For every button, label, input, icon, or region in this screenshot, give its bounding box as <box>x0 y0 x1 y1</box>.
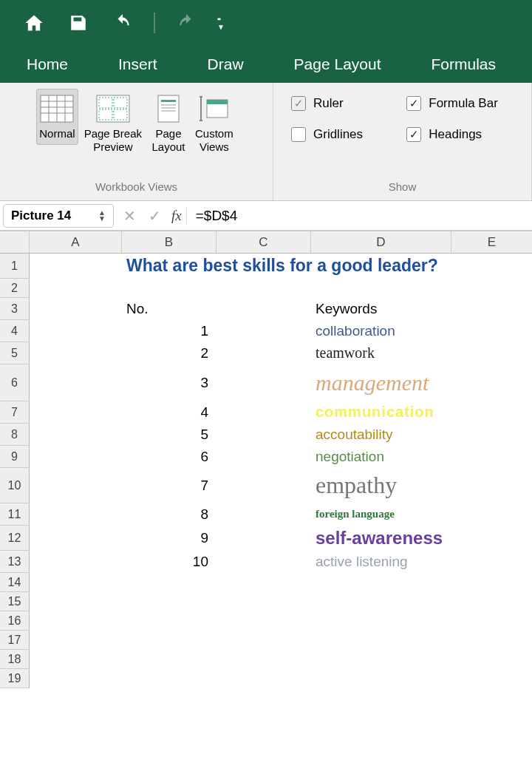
cell[interactable] <box>451 279 532 298</box>
cell[interactable] <box>216 320 311 342</box>
cell[interactable] <box>30 364 122 401</box>
view-normal-button[interactable]: Normal <box>36 89 78 145</box>
row-header[interactable]: 9 <box>0 446 30 468</box>
cell[interactable] <box>30 424 122 446</box>
formula-input[interactable]: =$D$4 <box>187 208 532 224</box>
row-header[interactable]: 16 <box>0 611 30 631</box>
cell-keyword[interactable]: accoutability <box>311 424 532 446</box>
cell[interactable] <box>216 298 311 320</box>
cell[interactable] <box>451 669 532 688</box>
view-custom-views-button[interactable]: Custom Views <box>192 89 236 158</box>
cell[interactable] <box>30 503 122 526</box>
col-header-keywords[interactable]: Keywords <box>311 298 451 320</box>
qat-customize-dropdown[interactable]: ▪▪▼ <box>217 15 223 31</box>
column-header[interactable]: A <box>30 231 122 254</box>
cell[interactable] <box>122 592 216 611</box>
cell[interactable] <box>30 592 122 611</box>
tab-insert[interactable]: Insert <box>106 48 169 81</box>
home-icon[interactable] <box>21 10 47 36</box>
cell-keyword[interactable]: foreign language <box>311 503 532 526</box>
cell-keyword[interactable]: negotiation <box>311 446 532 468</box>
row-header[interactable]: 8 <box>0 424 30 446</box>
cell[interactable] <box>122 573 216 592</box>
cell-number[interactable]: 3 <box>122 364 216 401</box>
fx-icon[interactable]: fx <box>167 208 187 224</box>
cell-number[interactable]: 4 <box>122 401 216 424</box>
cell[interactable] <box>216 650 311 669</box>
view-page-break-button[interactable]: Page Break Preview <box>81 89 145 158</box>
cell-number[interactable]: 1 <box>122 320 216 342</box>
undo-icon[interactable] <box>109 10 136 36</box>
row-header[interactable]: 19 <box>0 669 30 688</box>
cell[interactable] <box>216 364 311 401</box>
row-header[interactable]: 10 <box>0 468 30 503</box>
tab-draw[interactable]: Draw <box>196 48 256 81</box>
checkbox-headings[interactable]: ✓ Headings <box>406 127 514 142</box>
cell-keyword[interactable]: management <box>311 364 532 401</box>
row-header[interactable]: 12 <box>0 526 30 551</box>
cell-number[interactable]: 10 <box>122 551 216 573</box>
cell[interactable] <box>311 669 451 688</box>
cell-keyword[interactable]: active listening <box>311 551 532 573</box>
cell[interactable] <box>311 611 451 631</box>
tab-page-layout[interactable]: Page Layout <box>282 48 393 81</box>
cell[interactable] <box>30 298 122 320</box>
cell[interactable] <box>216 592 311 611</box>
cell[interactable] <box>216 401 311 424</box>
cell[interactable] <box>216 551 311 573</box>
column-header[interactable]: B <box>122 231 216 254</box>
cell[interactable] <box>30 468 122 503</box>
cell[interactable] <box>451 611 532 631</box>
cell-number[interactable]: 9 <box>122 526 216 551</box>
name-box-spinner[interactable]: ▲▼ <box>98 210 106 222</box>
column-header[interactable]: D <box>311 231 451 254</box>
col-header-no[interactable]: No. <box>122 298 216 320</box>
cell[interactable] <box>30 526 122 551</box>
cell[interactable] <box>216 342 311 364</box>
cell[interactable] <box>122 611 216 631</box>
row-header[interactable]: 11 <box>0 503 30 526</box>
save-icon[interactable] <box>65 10 92 36</box>
cell[interactable] <box>216 669 311 688</box>
cell[interactable] <box>216 446 311 468</box>
cell[interactable] <box>451 592 532 611</box>
cell[interactable] <box>30 279 122 298</box>
view-page-layout-button[interactable]: Page Layout <box>148 89 189 158</box>
cell[interactable] <box>30 650 122 669</box>
cell[interactable] <box>451 650 532 669</box>
cell[interactable] <box>30 573 122 592</box>
cell[interactable] <box>30 611 122 631</box>
cell-number[interactable]: 7 <box>122 468 216 503</box>
row-header[interactable]: 14 <box>0 573 30 592</box>
cell-number[interactable]: 6 <box>122 446 216 468</box>
cell[interactable] <box>216 611 311 631</box>
tab-formulas[interactable]: Formulas <box>420 48 508 81</box>
cell[interactable] <box>30 669 122 688</box>
name-box[interactable]: Picture 14 ▲▼ <box>3 204 114 228</box>
cell[interactable] <box>311 631 451 650</box>
cell[interactable] <box>311 592 451 611</box>
cell-keyword[interactable]: empathy <box>311 468 532 503</box>
cell[interactable] <box>122 631 216 650</box>
row-header[interactable]: 4 <box>0 320 30 342</box>
cell[interactable] <box>30 342 122 364</box>
row-header[interactable]: 7 <box>0 401 30 424</box>
checkbox-ruler[interactable]: ✓ Ruler <box>291 96 378 111</box>
cell[interactable] <box>216 468 311 503</box>
cell-number[interactable]: 8 <box>122 503 216 526</box>
tab-home[interactable]: Home <box>15 48 80 81</box>
cancel-formula-button[interactable]: ✕ <box>117 207 142 225</box>
cell[interactable] <box>122 279 216 298</box>
row-header[interactable]: 17 <box>0 631 30 650</box>
row-header[interactable]: 15 <box>0 592 30 611</box>
row-header[interactable]: 1 <box>0 254 30 279</box>
cell[interactable] <box>30 254 122 279</box>
cell[interactable] <box>216 573 311 592</box>
cell-number[interactable]: 5 <box>122 424 216 446</box>
row-header[interactable]: 13 <box>0 551 30 573</box>
cell[interactable] <box>451 631 532 650</box>
cell-keyword[interactable]: collaboration <box>311 320 532 342</box>
column-header[interactable]: C <box>216 231 311 254</box>
cell-keyword[interactable]: self-awareness <box>311 526 532 551</box>
cell[interactable] <box>122 650 216 669</box>
